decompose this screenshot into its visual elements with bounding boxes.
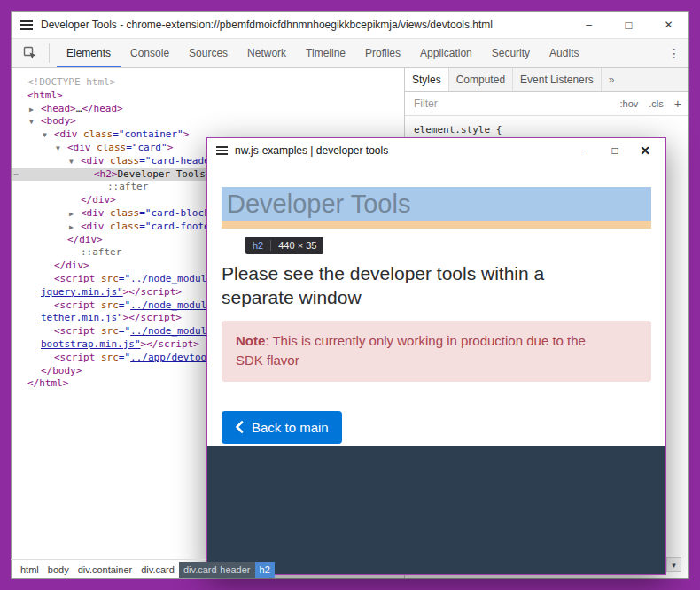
- window-title: Developer Tools - chrome-extension://pbe…: [41, 19, 493, 31]
- inspected-element-highlight: Developer Tools: [222, 187, 651, 221]
- expand-arrow-icon[interactable]: ▶: [29, 104, 41, 117]
- collapse-arrow-icon[interactable]: ▼: [69, 156, 81, 169]
- styles-sidebar-tabs: Styles Computed Event Listeners »: [405, 68, 688, 92]
- tree-row[interactable]: ▼<body>: [12, 115, 404, 128]
- app-menu-icon: [216, 146, 228, 155]
- crumb-div-card[interactable]: div.card: [136, 562, 179, 578]
- back-to-main-label: Back to main: [252, 420, 329, 435]
- tooltip-tag: h2: [253, 240, 263, 251]
- collapse-arrow-icon[interactable]: ▼: [43, 129, 54, 143]
- tree-row[interactable]: ▶<head>…</head>: [12, 103, 404, 116]
- tree-row[interactable]: <!DOCTYPE html>: [12, 76, 404, 89]
- tab-sources[interactable]: Sources: [179, 39, 237, 67]
- tab-application[interactable]: Application: [410, 39, 482, 67]
- window-titlebar[interactable]: Developer Tools - chrome-extension://pbe…: [12, 12, 688, 38]
- margin-highlight-overlay: [222, 221, 651, 229]
- dimension-tooltip: h2 440 × 35: [245, 237, 323, 254]
- styles-filter-input[interactable]: [412, 97, 620, 111]
- tab-security[interactable]: Security: [482, 39, 540, 67]
- inspect-cursor-icon: [23, 46, 37, 60]
- minimize-button[interactable]: –: [569, 12, 609, 38]
- collapse-arrow-icon[interactable]: ▼: [29, 116, 41, 129]
- class-toggle-button[interactable]: .cls: [649, 98, 664, 109]
- page-footer: [207, 446, 665, 574]
- app-page: Developer Tools h2 440 × 35 Please see t…: [207, 163, 665, 574]
- overflow-tabs-icon[interactable]: »: [609, 68, 615, 91]
- kebab-menu-icon[interactable]: ⋮: [668, 46, 681, 60]
- tab-console[interactable]: Console: [121, 39, 179, 67]
- new-style-rule-button[interactable]: +: [674, 97, 681, 111]
- crumb-div-card-header[interactable]: div.card-header: [179, 562, 255, 578]
- back-to-main-button[interactable]: Back to main: [222, 411, 342, 444]
- tab-profiles[interactable]: Profiles: [355, 39, 410, 67]
- app-window-title: nw.js-examples | developer tools: [235, 144, 388, 157]
- note-alert: Note: This is currently only working in …: [222, 321, 651, 382]
- toolbar-divider: [49, 43, 50, 63]
- note-text: : This is currently only working in prod…: [236, 333, 586, 369]
- app-window-titlebar[interactable]: nw.js-examples | developer tools – □ ✕: [207, 138, 665, 164]
- page-subheading: Please see the developer tools within a …: [222, 261, 613, 310]
- breadcrumb-divider: [11, 559, 206, 560]
- app-window: nw.js-examples | developer tools – □ ✕ D…: [206, 137, 666, 575]
- purple-annotation-frame: Developer Tools - chrome-extension://pbe…: [0, 0, 700, 590]
- collapse-arrow-icon[interactable]: ▼: [56, 143, 67, 156]
- crumb-body[interactable]: body: [43, 562, 74, 578]
- window-controls: – □ ✕: [569, 12, 688, 38]
- tooltip-separator: [270, 240, 271, 251]
- styles-filter-row: :hov .cls +: [405, 92, 688, 116]
- app-minimize-button[interactable]: –: [570, 138, 600, 163]
- app-window-controls: – □ ✕: [570, 138, 660, 163]
- tab-event-listeners[interactable]: Event Listeners: [513, 68, 602, 91]
- devtools-window-icon: [20, 20, 33, 30]
- close-button[interactable]: ✕: [649, 12, 688, 38]
- tooltip-dimensions: 440 × 35: [278, 240, 316, 251]
- page-heading: Developer Tools: [222, 190, 410, 219]
- breadcrumb: html body div.container div.card div.car…: [11, 560, 689, 579]
- expand-arrow-icon[interactable]: ▶: [69, 208, 81, 221]
- tab-network[interactable]: Network: [237, 39, 296, 67]
- tab-audits[interactable]: Audits: [540, 39, 588, 67]
- note-label: Note: [236, 333, 265, 348]
- tab-timeline[interactable]: Timeline: [296, 39, 355, 67]
- inspect-element-button[interactable]: [12, 39, 49, 67]
- devtools-toolbar: Elements Console Sources Network Timelin…: [12, 38, 688, 68]
- tab-elements[interactable]: Elements: [57, 39, 121, 67]
- expand-arrow-icon[interactable]: ▶: [69, 221, 81, 235]
- tab-styles[interactable]: Styles: [405, 68, 449, 91]
- pseudo-class-button[interactable]: :hov: [620, 98, 639, 109]
- crumb-div-container[interactable]: div.container: [74, 562, 137, 578]
- chevron-left-icon: [235, 421, 244, 433]
- crumb-html[interactable]: html: [16, 562, 43, 578]
- app-close-button[interactable]: ✕: [630, 138, 660, 163]
- tree-row[interactable]: <html>: [12, 89, 404, 103]
- gutter-dots-icon: ⋯: [13, 168, 19, 182]
- tab-computed[interactable]: Computed: [449, 68, 513, 91]
- app-maximize-button[interactable]: □: [600, 138, 630, 163]
- crumb-h2[interactable]: h2: [255, 562, 275, 578]
- maximize-button[interactable]: □: [609, 12, 649, 38]
